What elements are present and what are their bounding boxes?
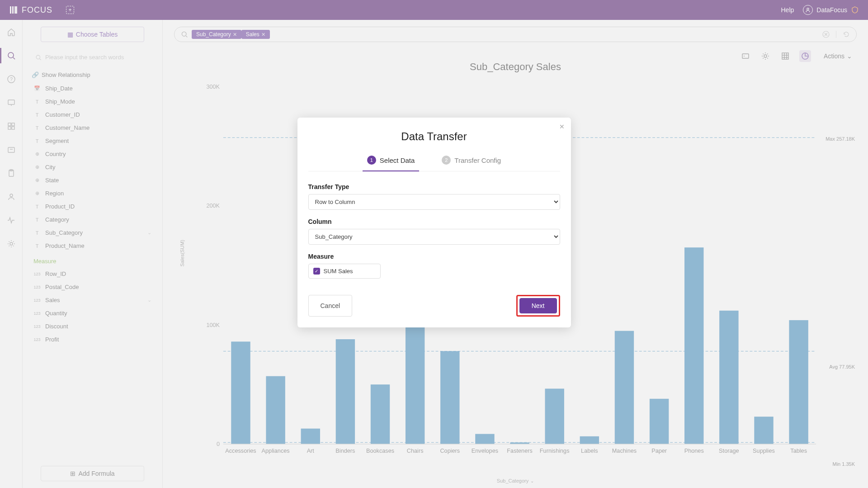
- next-highlight: Next: [516, 295, 560, 317]
- column-select[interactable]: Sub_Category: [308, 229, 560, 245]
- transfer-type-label: Transfer Type: [308, 183, 560, 190]
- check-icon: ✓: [313, 268, 320, 275]
- step-number: 2: [442, 156, 451, 165]
- step-select-data[interactable]: 1 Select Data: [367, 156, 415, 171]
- modal-title: Data Transfer: [308, 130, 560, 143]
- data-transfer-modal: ✕ Data Transfer 1 Select Data 2 Transfer…: [297, 118, 571, 327]
- step-label: Transfer Config: [454, 156, 501, 164]
- step-transfer-config[interactable]: 2 Transfer Config: [442, 156, 501, 171]
- measure-item-label: SUM Sales: [324, 268, 353, 275]
- measure-label: Measure: [308, 253, 560, 260]
- column-label: Column: [308, 218, 560, 225]
- cancel-button[interactable]: Cancel: [308, 295, 353, 317]
- measure-checkbox[interactable]: ✓ SUM Sales: [308, 264, 381, 279]
- close-icon[interactable]: ✕: [559, 123, 565, 130]
- modal-steps: 1 Select Data 2 Transfer Config: [308, 156, 560, 171]
- next-button[interactable]: Next: [519, 298, 557, 313]
- transfer-type-select[interactable]: Row to Column: [308, 194, 560, 210]
- step-label: Select Data: [380, 156, 415, 164]
- step-number: 1: [367, 156, 376, 165]
- modal-overlay: ✕ Data Transfer 1 Select Data 2 Transfer…: [0, 0, 868, 488]
